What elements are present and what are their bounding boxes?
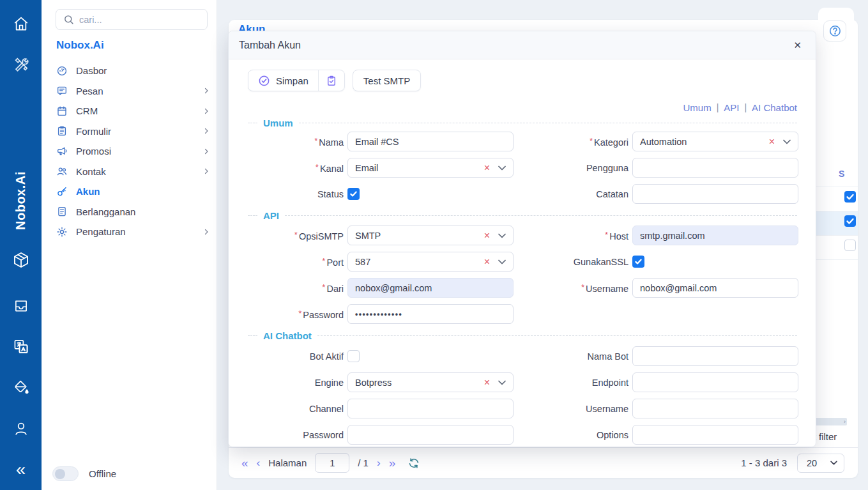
sidebar-item-label: Formulir — [76, 126, 111, 137]
page-total: / 1 — [358, 457, 369, 468]
tools-icon[interactable] — [13, 56, 29, 72]
port-select[interactable]: 587 × — [347, 252, 514, 272]
paint-bucket-icon[interactable] — [12, 379, 29, 396]
required-marker: * — [322, 256, 325, 266]
channel-input[interactable] — [347, 399, 514, 418]
home-icon[interactable] — [13, 15, 29, 32]
tab-umum[interactable]: Umum — [683, 102, 711, 113]
field-label: *Password — [248, 309, 344, 320]
rail-brand-vertical: Nobox.Ai — [0, 155, 42, 246]
clear-icon[interactable]: × — [484, 257, 490, 267]
password-api-input[interactable] — [347, 304, 514, 324]
clear-icon[interactable]: × — [769, 137, 775, 147]
field-label: Options — [517, 430, 628, 440]
required-marker: * — [314, 136, 317, 146]
sidebar-item-pengaturan[interactable]: Pengaturan — [56, 222, 210, 242]
chevron-down-icon[interactable] — [498, 380, 506, 385]
field-label: *Dari — [248, 282, 344, 294]
password-bot-input[interactable] — [347, 425, 514, 445]
chevron-down-icon[interactable] — [498, 259, 506, 264]
save-options-button[interactable] — [319, 70, 344, 91]
field-label: Pengguna — [517, 163, 628, 173]
user-icon[interactable] — [13, 420, 29, 437]
kategori-select[interactable]: Automation × — [632, 132, 798, 151]
sidebar-item-promosi[interactable]: Promosi — [56, 141, 210, 162]
chevron-down-icon[interactable] — [498, 233, 506, 238]
refresh-icon[interactable] — [408, 457, 420, 469]
tab-api[interactable]: API — [724, 102, 739, 113]
next-page-icon[interactable]: › — [377, 457, 381, 468]
kanal-select[interactable]: Email × — [347, 158, 514, 178]
last-page-icon[interactable]: » — [389, 457, 396, 469]
nama-input[interactable] — [347, 132, 514, 151]
chevron-down-icon[interactable] — [498, 165, 506, 171]
sidebar-item-akun[interactable]: Akun — [56, 181, 210, 202]
sidebar-item-kontak[interactable]: Kontak — [56, 162, 210, 182]
username-api-input[interactable] — [632, 278, 798, 298]
required-marker: * — [581, 282, 584, 292]
pengguna-input[interactable] — [632, 158, 798, 178]
field-label: Password — [248, 430, 344, 440]
chevron-down-icon[interactable] — [783, 139, 791, 144]
pagination-range: 1 - 3 dari 3 — [741, 457, 787, 468]
sidebar-item-berlangganan[interactable]: Berlangganan — [56, 202, 210, 222]
save-button[interactable]: Simpan — [248, 70, 318, 91]
tab-ai-chatbot[interactable]: AI Chatbot — [752, 102, 797, 113]
status-checkbox[interactable] — [347, 188, 360, 200]
prev-page-icon[interactable]: ‹ — [257, 457, 261, 468]
field-label: Bot Aktif — [248, 351, 344, 362]
scroll-right-icon[interactable]: › — [844, 419, 846, 425]
sidebar: Nobox.Ai Dasbor Pesan CRM Formulir Promo… — [42, 0, 217, 490]
row-status-checkbox[interactable] — [844, 215, 856, 227]
clear-icon[interactable]: × — [484, 378, 490, 388]
opsismtp-select[interactable]: SMTP × — [347, 226, 514, 245]
offline-toggle[interactable] — [52, 466, 79, 481]
chevron-right-icon — [202, 127, 210, 135]
collapse-sidebar-icon[interactable]: « — [16, 461, 26, 479]
sidebar-item-label: CRM — [76, 105, 98, 116]
username-bot-input[interactable] — [632, 399, 798, 418]
catatan-input[interactable] — [632, 184, 798, 204]
row-status-checkbox[interactable] — [844, 191, 856, 203]
host-input[interactable] — [632, 226, 798, 245]
sidebar-search[interactable] — [56, 9, 208, 30]
bot-aktif-checkbox[interactable] — [347, 350, 360, 362]
test-smtp-button[interactable]: Test SMTP — [353, 70, 421, 91]
inbox-icon[interactable] — [12, 298, 29, 314]
package-icon[interactable] — [11, 250, 31, 270]
clear-icon[interactable]: × — [484, 231, 490, 241]
nama-bot-input[interactable] — [632, 346, 798, 366]
field-label: *OpsiSMTP — [248, 230, 344, 241]
table-status-header: S — [839, 169, 844, 179]
calendar-icon — [56, 105, 68, 117]
endpoint-input[interactable] — [632, 372, 798, 392]
sidebar-item-crm[interactable]: CRM — [56, 101, 210, 121]
pagination-bar: « ‹ Halaman / 1 › » 1 - 3 dari 3 20 — [229, 447, 858, 478]
sidebar-item-formulir[interactable]: Formulir — [56, 121, 210, 142]
dari-input[interactable] — [347, 278, 514, 298]
page-number-input[interactable] — [315, 453, 349, 473]
question-icon — [828, 24, 842, 38]
clear-icon[interactable]: × — [484, 163, 490, 173]
sidebar-item-dasbor[interactable]: Dasbor — [56, 61, 210, 81]
field-label: *Nama — [248, 136, 344, 148]
gear-icon — [56, 226, 68, 238]
field-label: *Port — [248, 256, 344, 268]
search-input[interactable] — [79, 15, 200, 25]
options-input[interactable] — [632, 425, 798, 445]
gunakanssl-checkbox[interactable] — [632, 256, 644, 268]
field-label: Channel — [248, 404, 344, 414]
sidebar-menu: Dasbor Pesan CRM Formulir Promosi Kontak — [56, 61, 210, 242]
chevron-right-icon — [202, 167, 210, 175]
translate-icon[interactable] — [12, 338, 29, 355]
engine-select[interactable]: Botpress × — [347, 372, 514, 392]
close-icon[interactable]: ✕ — [793, 40, 802, 51]
field-label: Username — [517, 404, 628, 414]
first-page-icon[interactable]: « — [241, 457, 248, 469]
required-marker: * — [316, 162, 319, 172]
help-button[interactable] — [823, 20, 846, 42]
sidebar-item-pesan[interactable]: Pesan — [56, 81, 210, 102]
page-size-select[interactable]: 20 — [797, 454, 844, 473]
field-label: *Host — [517, 230, 628, 241]
row-status-checkbox[interactable] — [844, 240, 856, 251]
